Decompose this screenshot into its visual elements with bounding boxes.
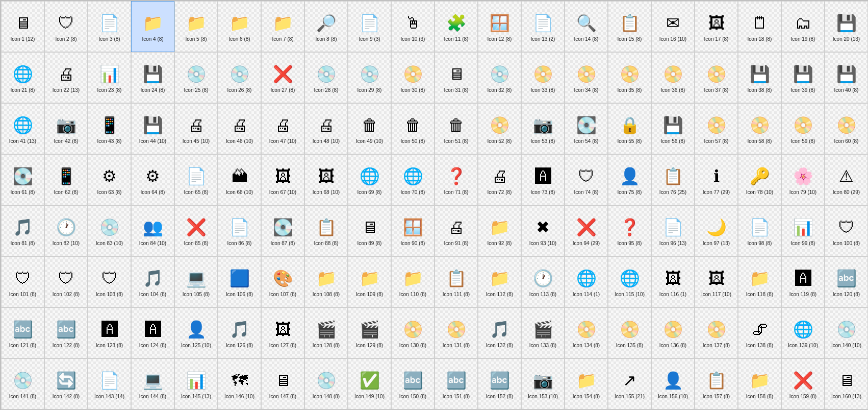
- icon-cell-57[interactable]: 📀Icon 57 (8): [695, 103, 738, 154]
- icon-cell-20[interactable]: 💾Icon 20 (13): [825, 1, 868, 52]
- icon-cell-55[interactable]: 🔒Icon 55 (8): [608, 103, 651, 154]
- icon-cell-121[interactable]: 🔤Icon 121 (8): [1, 307, 44, 358]
- icon-cell-139[interactable]: 🌐Icon 139 (10): [781, 307, 825, 358]
- icon-cell-150[interactable]: 🔤Icon 150 (8): [391, 358, 435, 409]
- icon-cell-47[interactable]: 🖨Icon 47 (10): [261, 103, 304, 154]
- icon-cell-154[interactable]: 📁Icon 154 (8): [565, 358, 608, 409]
- icon-cell-88[interactable]: 📋Icon 88 (8): [304, 205, 348, 256]
- icon-cell-122[interactable]: 🔤Icon 122 (8): [44, 307, 88, 358]
- icon-cell-96[interactable]: 📄Icon 96 (13): [651, 205, 695, 256]
- icon-cell-127[interactable]: 🖼Icon 127 (8): [261, 307, 304, 358]
- icon-cell-22[interactable]: 🖨Icon 22 (13): [44, 52, 88, 103]
- icon-cell-33[interactable]: 📀Icon 33 (8): [521, 52, 565, 103]
- icon-cell-114[interactable]: 🌐Icon 114 (1): [565, 256, 608, 307]
- icon-cell-75[interactable]: 👤Icon 75 (8): [608, 154, 651, 205]
- icon-cell-135[interactable]: 📀Icon 135 (8): [608, 307, 651, 358]
- icon-cell-152[interactable]: 🔤Icon 152 (8): [478, 358, 521, 409]
- icon-cell-5[interactable]: 📁Icon 5 (8): [174, 1, 218, 52]
- icon-cell-86[interactable]: 📄Icon 86 (8): [218, 205, 261, 256]
- icon-cell-102[interactable]: 🛡Icon 102 (8): [44, 256, 88, 307]
- icon-cell-141[interactable]: 💿Icon 141 (8): [1, 358, 44, 409]
- icon-cell-81[interactable]: 🎵Icon 81 (8): [1, 205, 44, 256]
- icon-cell-116[interactable]: 🖼Icon 116 (1): [651, 256, 695, 307]
- icon-cell-39[interactable]: 💾Icon 39 (8): [781, 52, 825, 103]
- icon-cell-107[interactable]: 🎨Icon 107 (8): [261, 256, 304, 307]
- icon-cell-35[interactable]: 📀Icon 35 (8): [608, 52, 651, 103]
- icon-cell-120[interactable]: 🔤Icon 120 (8): [825, 256, 868, 307]
- icon-cell-8[interactable]: 🔎Icon 8 (8): [304, 1, 348, 52]
- icon-cell-10[interactable]: 🖱Icon 10 (3): [391, 1, 435, 52]
- icon-cell-133[interactable]: 🎬Icon 133 (8): [521, 307, 565, 358]
- icon-cell-61[interactable]: 💽Icon 61 (8): [1, 154, 44, 205]
- icon-cell-124[interactable]: 🅰Icon 124 (8): [131, 307, 174, 358]
- icon-cell-44[interactable]: 💾Icon 44 (10): [131, 103, 174, 154]
- icon-cell-58[interactable]: 📀Icon 58 (8): [738, 103, 781, 154]
- icon-cell-159[interactable]: ❌Icon 159 (8): [781, 358, 825, 409]
- icon-cell-140[interactable]: 💿Icon 140 (10): [825, 307, 868, 358]
- icon-cell-146[interactable]: 🗺Icon 146 (10): [218, 358, 261, 409]
- icon-cell-125[interactable]: 👤Icon 125 (10): [174, 307, 218, 358]
- icon-cell-119[interactable]: 🅰Icon 119 (8): [781, 256, 825, 307]
- icon-cell-52[interactable]: 📀Icon 52 (8): [478, 103, 521, 154]
- icon-cell-13[interactable]: 📄Icon 13 (2): [521, 1, 565, 52]
- icon-cell-134[interactable]: 📀Icon 134 (8): [565, 307, 608, 358]
- icon-cell-157[interactable]: 📋Icon 157 (8): [695, 358, 738, 409]
- icon-cell-16[interactable]: ✉Icon 16 (10): [651, 1, 695, 52]
- icon-cell-92[interactable]: 📁Icon 92 (8): [478, 205, 521, 256]
- icon-cell-63[interactable]: ⚙Icon 63 (8): [88, 154, 131, 205]
- icon-cell-79[interactable]: 🌸Icon 79 (10): [781, 154, 825, 205]
- icon-cell-41[interactable]: 🌐Icon 41 (13): [1, 103, 44, 154]
- icon-cell-132[interactable]: 🎵Icon 132 (8): [478, 307, 521, 358]
- icon-cell-14[interactable]: 🔍Icon 14 (8): [565, 1, 608, 52]
- icon-cell-66[interactable]: 🏔Icon 66 (10): [218, 154, 261, 205]
- icon-cell-126[interactable]: 🎵Icon 126 (8): [218, 307, 261, 358]
- icon-cell-60[interactable]: 📀Icon 60 (8): [825, 103, 868, 154]
- icon-cell-138[interactable]: 🖇Icon 138 (8): [738, 307, 781, 358]
- icon-cell-42[interactable]: 📷Icon 42 (8): [44, 103, 88, 154]
- icon-cell-32[interactable]: 💿Icon 32 (8): [478, 52, 521, 103]
- icon-cell-97[interactable]: 🌙Icon 97 (13): [695, 205, 738, 256]
- icon-cell-7[interactable]: 📁Icon 7 (8): [261, 1, 304, 52]
- icon-cell-78[interactable]: 🔑Icon 78 (10): [738, 154, 781, 205]
- icon-cell-111[interactable]: 📋Icon 111 (8): [435, 256, 478, 307]
- icon-cell-84[interactable]: 👥Icon 84 (10): [131, 205, 174, 256]
- icon-cell-104[interactable]: 🎵Icon 104 (8): [131, 256, 174, 307]
- icon-cell-26[interactable]: 💿Icon 26 (8): [218, 52, 261, 103]
- icon-cell-144[interactable]: 💻Icon 144 (8): [131, 358, 174, 409]
- icon-cell-117[interactable]: 🖼Icon 117 (10): [695, 256, 738, 307]
- icon-cell-145[interactable]: 📊Icon 145 (13): [174, 358, 218, 409]
- icon-cell-74[interactable]: 🛡Icon 74 (8): [565, 154, 608, 205]
- icon-cell-51[interactable]: 🗑Icon 51 (8): [435, 103, 478, 154]
- icon-cell-34[interactable]: 📀Icon 34 (8): [565, 52, 608, 103]
- icon-cell-37[interactable]: 📀Icon 37 (8): [695, 52, 738, 103]
- icon-cell-158[interactable]: 📁Icon 158 (8): [738, 358, 781, 409]
- icon-cell-73[interactable]: 🅰Icon 73 (8): [521, 154, 565, 205]
- icon-cell-28[interactable]: 💿Icon 28 (8): [304, 52, 348, 103]
- icon-cell-71[interactable]: ❓Icon 71 (8): [435, 154, 478, 205]
- icon-cell-3[interactable]: 📄Icon 3 (8): [88, 1, 131, 52]
- icon-cell-70[interactable]: 🌐Icon 70 (8): [391, 154, 435, 205]
- icon-cell-106[interactable]: 🟦Icon 106 (8): [218, 256, 261, 307]
- icon-cell-93[interactable]: ✖Icon 93 (10): [521, 205, 565, 256]
- icon-cell-76[interactable]: 📋Icon 76 (25): [651, 154, 695, 205]
- icon-cell-17[interactable]: 🖼Icon 17 (8): [695, 1, 738, 52]
- icon-cell-95[interactable]: ❓Icon 95 (8): [608, 205, 651, 256]
- icon-cell-12[interactable]: 🪟Icon 12 (8): [478, 1, 521, 52]
- icon-cell-112[interactable]: 📁Icon 112 (8): [478, 256, 521, 307]
- icon-cell-130[interactable]: 📀Icon 130 (8): [391, 307, 435, 358]
- icon-cell-99[interactable]: 📊Icon 99 (8): [781, 205, 825, 256]
- icon-cell-142[interactable]: 🔄Icon 142 (8): [44, 358, 88, 409]
- icon-cell-53[interactable]: 📷Icon 53 (8): [521, 103, 565, 154]
- icon-cell-59[interactable]: 📀Icon 59 (8): [781, 103, 825, 154]
- icon-cell-151[interactable]: 🔤Icon 151 (8): [435, 358, 478, 409]
- icon-cell-18[interactable]: 🗒Icon 18 (8): [738, 1, 781, 52]
- icon-cell-148[interactable]: 💿Icon 148 (8): [304, 358, 348, 409]
- icon-cell-30[interactable]: 📀Icon 30 (8): [391, 52, 435, 103]
- icon-cell-15[interactable]: 📋Icon 15 (8): [608, 1, 651, 52]
- icon-cell-65[interactable]: 📄Icon 65 (8): [174, 154, 218, 205]
- icon-cell-69[interactable]: 🌐Icon 69 (8): [348, 154, 391, 205]
- icon-cell-50[interactable]: 🗑Icon 50 (8): [391, 103, 435, 154]
- icon-cell-160[interactable]: 🖥Icon 160 (13): [825, 358, 868, 409]
- icon-cell-54[interactable]: 💽Icon 54 (8): [565, 103, 608, 154]
- icon-cell-155[interactable]: ↗Icon 155 (21): [608, 358, 651, 409]
